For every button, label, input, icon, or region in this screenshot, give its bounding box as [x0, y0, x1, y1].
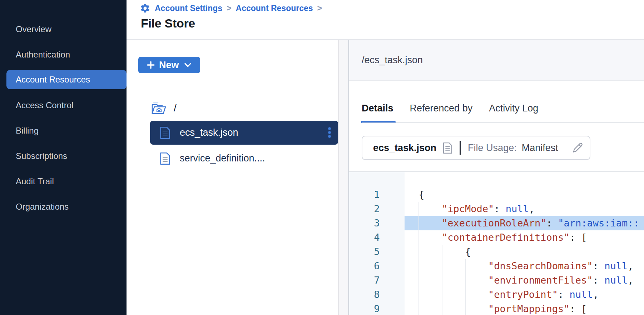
code-text: "portMappings": [ [405, 302, 644, 315]
file-name: ecs_task.json [180, 127, 238, 138]
tabs-divider [362, 122, 644, 123]
code-line-8: 8"entryPoint": null, [349, 288, 644, 302]
code-viewer: 1{2"ipcMode": null,3"executionRoleArn": … [349, 171, 644, 315]
code-lines: 1{2"ipcMode": null,3"executionRoleArn": … [349, 188, 644, 315]
file-store-panel: New / [127, 40, 338, 315]
page-title: File Store [141, 16, 195, 30]
indent-guide [442, 259, 465, 273]
root-folder-label: / [174, 102, 177, 114]
file-row-selected[interactable]: ecs_task.json [150, 121, 338, 145]
chevron-down-icon [184, 62, 192, 68]
indent-guide [418, 302, 442, 315]
indent-guide [465, 288, 488, 302]
indent-guide [465, 259, 488, 273]
line-number: 6 [349, 259, 405, 273]
line-number: 9 [349, 302, 405, 315]
file-icon [160, 126, 170, 139]
kebab-menu-icon[interactable] [327, 126, 332, 139]
indent-guide [418, 202, 442, 216]
line-number: 7 [349, 273, 405, 288]
breadcrumb-separator: > [317, 4, 322, 13]
line-number: 5 [349, 245, 405, 259]
gear-icon [140, 3, 150, 14]
file-path: /ecs_task.json [362, 55, 423, 66]
new-file-button[interactable]: New [138, 57, 200, 73]
detail-tabs: DetailsReferenced byActivity Log [362, 94, 538, 123]
new-button-label: New [159, 60, 179, 71]
document-icon[interactable] [443, 142, 452, 154]
file-row[interactable]: service_definition.... [150, 146, 338, 170]
vertical-divider [460, 141, 461, 155]
indent-guide [418, 245, 442, 259]
edit-pencil-icon[interactable] [571, 141, 584, 154]
code-line-3: 3"executionRoleArn": "arn:aws:iam:: [349, 216, 644, 230]
file-detail-panel: /ecs_task.json DetailsReferenced byActiv… [348, 40, 644, 315]
tab-label: Details [362, 103, 393, 114]
tab-activity-log[interactable]: Activity Log [489, 94, 538, 123]
indent-guide [418, 273, 442, 288]
plus-icon [147, 61, 155, 69]
code-line-6: 6"dnsSearchDomains": null, [349, 259, 644, 273]
breadcrumb-account-resources[interactable]: Account Resources [236, 4, 313, 13]
line-number: 8 [349, 288, 405, 302]
code-line-7: 7"environmentFiles": null, [349, 273, 644, 288]
sidebar-item-authentication[interactable]: Authentication [0, 42, 127, 67]
tab-details[interactable]: Details [362, 94, 393, 123]
code-text: "dnsSearchDomains": null, [405, 259, 644, 273]
indent-guide [442, 288, 465, 302]
indent-guide [442, 302, 465, 315]
breadcrumb-account-settings[interactable]: Account Settings [155, 4, 222, 13]
code-text: { [405, 245, 644, 259]
indent-guide [465, 273, 488, 288]
indent-guide [418, 216, 442, 230]
tab-label: Activity Log [489, 103, 538, 114]
line-number: 2 [349, 202, 405, 216]
breadcrumb-separator: > [227, 4, 231, 13]
code-line-1: 1{ [349, 188, 644, 202]
breadcrumb: Account Settings > Account Resources > [140, 3, 322, 14]
sidebar-item-overview[interactable]: Overview [0, 16, 127, 42]
code-text: "containerDefinitions": [ [405, 230, 644, 245]
code-line-4: 4"containerDefinitions": [ [349, 230, 644, 245]
indent-guide [418, 259, 442, 273]
code-line-9: 9"portMappings": [ [349, 302, 644, 315]
code-line-5: 5{ [349, 245, 644, 259]
code-text: "executionRoleArn": "arn:aws:iam:: [405, 216, 644, 230]
indent-guide [418, 230, 442, 245]
sidebar-item-organizations[interactable]: Organizations [0, 194, 127, 219]
page-header: Account Settings > Account Resources > F… [127, 0, 644, 40]
tab-referenced-by[interactable]: Referenced by [410, 94, 473, 123]
file-usage-value: Manifest [522, 142, 558, 154]
indent-guide [418, 288, 442, 302]
sidebar-item-billing[interactable]: Billing [0, 118, 127, 143]
file-path-bar: /ecs_task.json [349, 40, 644, 81]
line-number: 4 [349, 230, 405, 245]
card-file-name: ecs_task.json [373, 142, 436, 154]
indent-guide [465, 302, 488, 315]
app-window: OverviewAuthenticationAccount ResourcesA… [0, 0, 644, 315]
file-usage-label: File Usage: [468, 142, 517, 154]
indent-guide [442, 245, 465, 259]
code-text: "environmentFiles": null, [405, 273, 644, 288]
root-folder-home-icon [151, 101, 167, 116]
sidebar-item-audit-trail[interactable]: Audit Trail [0, 169, 127, 194]
file-icon [160, 152, 170, 165]
code-text: "entryPoint": null, [405, 288, 644, 302]
line-number: 3 [349, 216, 405, 230]
tab-label: Referenced by [410, 103, 473, 114]
panel-scrollbar-track [338, 40, 348, 315]
indent-guide [442, 273, 465, 288]
sidebar-item-access-control[interactable]: Access Control [0, 92, 127, 118]
settings-sidebar: OverviewAuthenticationAccount ResourcesA… [0, 0, 127, 315]
line-number: 1 [349, 188, 405, 202]
sidebar-item-subscriptions[interactable]: Subscriptions [0, 143, 127, 169]
code-line-2: 2"ipcMode": null, [349, 202, 644, 216]
code-text: "ipcMode": null, [405, 202, 644, 216]
code-text: { [405, 188, 644, 202]
file-usage-card: ecs_task.json File Usage: Manifest [362, 136, 590, 160]
tree-root-folder[interactable]: / [151, 100, 177, 116]
file-name: service_definition.... [180, 153, 265, 164]
sidebar-item-account-resources[interactable]: Account Resources [6, 70, 127, 89]
